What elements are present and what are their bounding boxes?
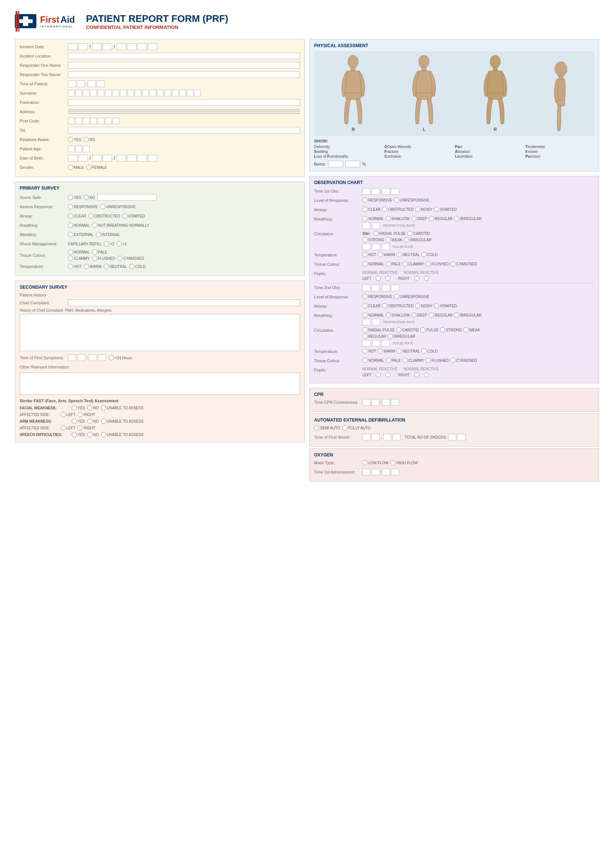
- time-m2[interactable]: [96, 81, 105, 87]
- other-info-row: Other Relevant Information:: [20, 363, 300, 371]
- time2-obs-field[interactable]: .: [362, 285, 399, 291]
- page-header: First Aid INTERNATIONAL PATIENT REPORT F…: [15, 11, 599, 31]
- oxygen-section: OXYGEN Mask Type: LOW FLOW HIGH FLOW: [309, 448, 599, 482]
- logo-block: First Aid INTERNATIONAL: [15, 11, 75, 31]
- patient-age-label: Patient Age:: [20, 147, 68, 151]
- dob-m1[interactable]: [92, 155, 102, 161]
- forename-input[interactable]: [68, 99, 300, 106]
- time-m1[interactable]: [88, 81, 96, 87]
- responder-one-input[interactable]: [68, 62, 300, 69]
- aed-type-row: SEMI AUTO FULLY AUTO: [314, 424, 594, 432]
- time-patient-field[interactable]: :: [68, 81, 105, 87]
- cpr-time-field[interactable]: :: [362, 399, 399, 406]
- postcode-boxes[interactable]: [68, 118, 119, 124]
- relatives-no[interactable]: NO: [84, 137, 95, 142]
- lor2-radio: RESPONSIVE UNRESPONSIVE: [362, 294, 429, 299]
- circulation1-label: Circulation: [314, 231, 362, 236]
- tel-input[interactable]: [68, 127, 300, 133]
- gender-female-circle[interactable]: [86, 165, 91, 170]
- time-patient-label: Time at Patient:: [20, 82, 68, 86]
- other-info-textarea[interactable]: [20, 373, 300, 395]
- dob-y1[interactable]: [116, 155, 126, 161]
- burns-input2[interactable]: [345, 161, 360, 167]
- bleeding-row: Bleeding: EXTERNAL INTERNAL: [20, 231, 300, 238]
- facial-affected-label: AFFECTED SIDE:: [20, 413, 60, 417]
- history-textarea[interactable]: [20, 314, 300, 351]
- incident-location-input[interactable]: [68, 53, 300, 59]
- date-y3[interactable]: [137, 43, 147, 50]
- total-shocks-label: TOTAL NO OF SHOCKS:: [405, 435, 447, 439]
- dob-y4[interactable]: [148, 155, 157, 161]
- incident-section: Incident Date: / /: [15, 39, 305, 177]
- page-subtitle: CONFIDENTIAL PATIENT INFORMATION: [86, 25, 228, 30]
- swelling: Swelling: [314, 150, 383, 153]
- time-h2[interactable]: [77, 81, 85, 87]
- time-symptoms-field[interactable]: : >24 Hours: [68, 354, 132, 361]
- main-grid: Incident Date: / /: [15, 39, 599, 482]
- date-m2[interactable]: [102, 43, 112, 50]
- oxygen-time-field[interactable]: :: [362, 469, 399, 475]
- chief-complaint-row: Chief Complaint:: [20, 299, 300, 307]
- surname-boxes[interactable]: [68, 90, 201, 96]
- lor2-label: Level of Response:: [314, 294, 362, 299]
- gender-male-circle[interactable]: [68, 165, 73, 170]
- scene-safe-input[interactable]: [97, 194, 157, 201]
- gender-male-label: MALE: [74, 166, 84, 170]
- date-y2[interactable]: [127, 43, 136, 50]
- patient-age-boxes[interactable]: [68, 146, 90, 152]
- time2-obs-label: Time 2nd Obs:: [314, 285, 362, 290]
- date-d2[interactable]: [78, 43, 88, 50]
- resp-rate-label2: RESPIRATION RATE: [383, 320, 415, 324]
- scene-safe-row: Scene Safe: YES NO: [20, 194, 300, 201]
- aed-title: AUTOMATED EXTERNAL DEFIBRILLATION: [314, 417, 594, 423]
- dob-y2[interactable]: [127, 155, 136, 161]
- relatives-yes[interactable]: YES: [68, 137, 81, 142]
- logo-first: First: [40, 14, 59, 25]
- tissue1-radio: NORMAL PALE CLAMMY FLUSHED: [362, 261, 477, 267]
- date-y1[interactable]: [116, 43, 126, 50]
- date-m1[interactable]: [92, 43, 102, 50]
- burns-input1[interactable]: [328, 161, 343, 167]
- dob-d1[interactable]: [68, 155, 78, 161]
- body-figure-side-head: [550, 62, 571, 132]
- address-line3[interactable]: [68, 113, 300, 114]
- dob-m2[interactable]: [102, 155, 112, 161]
- relatives-no-circle[interactable]: [84, 137, 89, 142]
- cpr-section: CPR Time CPR Commenced: :: [309, 388, 599, 412]
- incident-date-field[interactable]: / /: [68, 43, 157, 50]
- dob-field[interactable]: / /: [68, 155, 157, 161]
- airway2-row: Airway: CLEAR OBSTRUCTED NOISY: [314, 303, 594, 311]
- postcode-label: Post Code:: [20, 119, 68, 123]
- date-y4[interactable]: [148, 43, 157, 50]
- svg-rect-10: [493, 67, 498, 71]
- address-line1[interactable]: [68, 110, 300, 110]
- pupils2-label: Pupils:: [314, 367, 362, 372]
- time1-obs-field[interactable]: :: [362, 188, 399, 195]
- tel-row: Tel:: [20, 127, 300, 134]
- body-figure-back: R: [480, 55, 511, 132]
- gender-female[interactable]: FEMALE: [86, 165, 107, 170]
- chief-complaint-input[interactable]: [68, 299, 300, 306]
- address-line2[interactable]: [68, 111, 300, 112]
- scene-yes[interactable]: YES: [68, 195, 81, 200]
- body-l-center-label: L: [423, 127, 425, 132]
- incident-location-row: Incident Location:: [20, 52, 300, 60]
- dob-d2[interactable]: [78, 155, 88, 161]
- responder-two-input[interactable]: [68, 71, 300, 78]
- temp1-label: Temperature:: [314, 252, 362, 257]
- dob-y3[interactable]: [137, 155, 147, 161]
- time-symptoms-label: Time of First Symptoms:: [20, 355, 68, 360]
- relatives-yes-circle[interactable]: [68, 137, 73, 142]
- time-h1[interactable]: [68, 81, 76, 87]
- date-d1[interactable]: [68, 43, 78, 50]
- gender-male[interactable]: MALE: [68, 165, 84, 170]
- postcode-row: Post Code:: [20, 117, 300, 125]
- dob-row: Date of Birth: / /: [20, 154, 300, 162]
- scene-no[interactable]: NO: [84, 195, 95, 200]
- arm-weakness-row: ARM WEAKNESS: YES NO: [20, 418, 300, 424]
- facial-weakness-label: FACIAL WEAKNESS:: [20, 406, 71, 410]
- history-label: History of Chief Complaint: PMH, Medicat…: [20, 308, 300, 313]
- airway2-radio: CLEAR OBSTRUCTED NOISY VOMITED: [362, 303, 457, 308]
- chief-complaint-label: Chief Complaint:: [20, 301, 68, 305]
- svg-point-9: [490, 55, 501, 68]
